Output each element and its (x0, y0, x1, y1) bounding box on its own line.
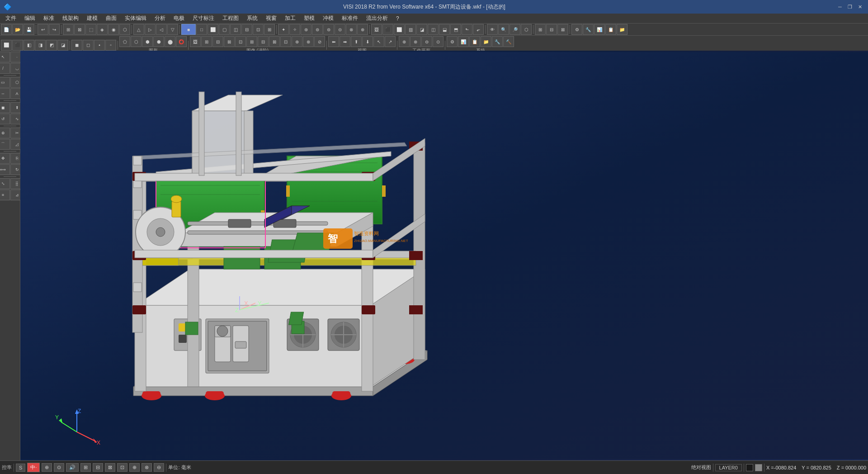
layer-tool[interactable]: ≡ (0, 190, 10, 200)
tb-btn-13[interactable]: ▢ (219, 24, 230, 35)
view3-btn-5[interactable]: ↖ (373, 36, 384, 47)
move-tool[interactable]: ✥ (0, 153, 10, 164)
shade-4[interactable]: ▫ (105, 40, 116, 51)
tb-btn-12[interactable]: ⬜ (208, 24, 218, 35)
save-button[interactable]: 💾 (24, 24, 34, 35)
tb-btn-5[interactable]: ◉ (108, 24, 119, 35)
tb-btn-4[interactable]: ◈ (97, 24, 108, 35)
menu-item-实体编辑[interactable]: 实体编辑 (121, 14, 150, 23)
status-icon-1[interactable]: S (16, 464, 25, 472)
select-tool[interactable]: ↖ (0, 52, 10, 62)
tb-btn-21[interactable]: ⊚ (312, 24, 323, 35)
img-btn-7[interactable]: ⬓ (439, 24, 450, 35)
img-btn-1[interactable]: 🖼 (371, 24, 382, 35)
tb-btn-18[interactable]: ✦ (278, 24, 289, 35)
view-std-5[interactable]: ◩ (46, 40, 57, 51)
menu-item-系统[interactable]: 系统 (243, 14, 261, 23)
tb-btn-3[interactable]: ⬚ (85, 24, 96, 35)
menu-item-文件[interactable]: 文件 (2, 14, 20, 23)
view3-btn-3[interactable]: ⬆ (351, 36, 362, 47)
menu-item-尺寸标注[interactable]: 尺寸标注 (189, 14, 218, 23)
mirror-tool[interactable]: ⟺ (0, 164, 10, 175)
tb-btn-17[interactable]: ⊞ (264, 24, 275, 35)
shade-3[interactable]: ▪ (94, 40, 105, 51)
wp2-btn-4[interactable]: ⊙ (433, 36, 443, 47)
view3-btn-4[interactable]: ⬇ (362, 36, 373, 47)
menu-item-编辑[interactable]: 编辑 (21, 14, 39, 23)
dim-tool[interactable]: ↔ (0, 88, 10, 99)
wp2-btn-2[interactable]: ⊗ (410, 36, 421, 47)
view-std-3[interactable]: ◧ (24, 40, 34, 51)
tb-btn-16[interactable]: ⊡ (253, 24, 264, 35)
menu-item-电极[interactable]: 电极 (170, 14, 188, 23)
sys-btn-5[interactable]: 📁 (617, 24, 627, 35)
view-btn-4[interactable]: ⬡ (521, 24, 532, 35)
status-icon-7[interactable]: ⊟ (93, 463, 103, 472)
status-icon-9[interactable]: ⊡ (117, 463, 127, 472)
new-button[interactable]: 📄 (1, 24, 12, 35)
img-btn-4[interactable]: ▥ (405, 24, 416, 35)
img-btn-3[interactable]: ⬜ (394, 24, 405, 35)
img-btn-9[interactable]: ⬑ (462, 24, 472, 35)
tb-btn-active[interactable]: ■ (181, 24, 196, 35)
img2-btn-8[interactable]: ⊠ (269, 36, 280, 47)
view-std-6[interactable]: ◪ (57, 40, 68, 51)
view3-btn-6[interactable]: ↗ (385, 36, 396, 47)
tb-btn-24[interactable]: ⊗ (346, 24, 357, 35)
img2-btn-12[interactable]: ⊘ (314, 36, 325, 47)
tb-btn-10[interactable]: ▽ (167, 24, 178, 35)
tb-btn-20[interactable]: ⊛ (301, 24, 311, 35)
tb-btn-25[interactable]: ⊕ (357, 24, 368, 35)
img-btn-2[interactable]: ⬛ (382, 24, 393, 35)
menu-item-?[interactable]: ? (392, 14, 403, 23)
img2-btn-1[interactable]: 🖼 (190, 36, 201, 47)
tb-btn-9[interactable]: ◁ (156, 24, 167, 35)
view3-btn-1[interactable]: ⬅ (328, 36, 339, 47)
status-icon-11[interactable]: ⊗ (142, 463, 152, 472)
wp-btn-3[interactable]: ⊠ (557, 24, 568, 35)
img2-btn-4[interactable]: ⊠ (224, 36, 235, 47)
status-icon-12[interactable]: ⊖ (154, 463, 164, 472)
view-btn-3[interactable]: 🔎 (509, 24, 520, 35)
status-icon-8[interactable]: ⊠ (105, 463, 115, 472)
status-icon-2[interactable]: 中· (27, 463, 40, 472)
view-btn-1[interactable]: 👁 (487, 24, 498, 35)
img2-btn-5[interactable]: ⊡ (235, 36, 246, 47)
tb-btn-11[interactable]: □ (196, 24, 207, 35)
color-swatch-2[interactable] (755, 464, 762, 471)
sys-btn-3[interactable]: 📊 (594, 24, 605, 35)
status-icon-5[interactable]: 🔊 (66, 463, 79, 472)
img-btn-6[interactable]: ◫ (428, 24, 439, 35)
menu-item-标准[interactable]: 标准 (40, 14, 58, 23)
close-button[interactable]: ✕ (855, 3, 864, 11)
view-std-1[interactable]: ⬜ (1, 40, 12, 51)
menu-item-分析[interactable]: 分析 (151, 14, 169, 23)
tb-btn-23[interactable]: ⊝ (335, 24, 345, 35)
status-icon-3[interactable]: ⊕ (42, 463, 52, 472)
shape-btn-2[interactable]: ⬡ (131, 36, 142, 47)
view-btn-2[interactable]: 🔍 (498, 24, 509, 35)
status-icon-10[interactable]: ⊕ (129, 463, 140, 472)
main-viewport[interactable]: Z X Y 智 智造资料网 ZHIZAO.MANUFACTURING.NET Z… (20, 51, 868, 460)
wp2-btn-1[interactable]: ⊕ (399, 36, 410, 47)
sys2-btn-6[interactable]: 🔨 (503, 36, 514, 47)
shape-btn-1[interactable]: ⬠ (119, 36, 130, 47)
menu-item-标准件[interactable]: 标准件 (338, 14, 362, 23)
wp-btn-2[interactable]: ⊟ (546, 24, 557, 35)
shade-2[interactable]: ◻ (83, 40, 94, 51)
menu-item-加工[interactable]: 加工 (281, 14, 299, 23)
img2-btn-7[interactable]: ⊟ (258, 36, 269, 47)
img2-btn-11[interactable]: ⊗ (303, 36, 314, 47)
sys-btn-1[interactable]: ⚙ (571, 24, 582, 35)
menu-item-线架构[interactable]: 线架构 (59, 14, 82, 23)
menu-item-视窗[interactable]: 视窗 (262, 14, 280, 23)
tb-btn-22[interactable]: ⊜ (323, 24, 334, 35)
img2-btn-2[interactable]: ⊞ (201, 36, 212, 47)
status-icon-6[interactable]: ⊞ (80, 463, 91, 472)
shape-btn-5[interactable]: ⬤ (165, 36, 175, 47)
tb-btn-2[interactable]: ⊠ (74, 24, 85, 35)
shape-btn-4[interactable]: ⬣ (153, 36, 164, 47)
tb-btn-14[interactable]: ◫ (230, 24, 241, 35)
view3-btn-2[interactable]: ➡ (340, 36, 350, 47)
img2-btn-9[interactable]: ⊡ (280, 36, 291, 47)
